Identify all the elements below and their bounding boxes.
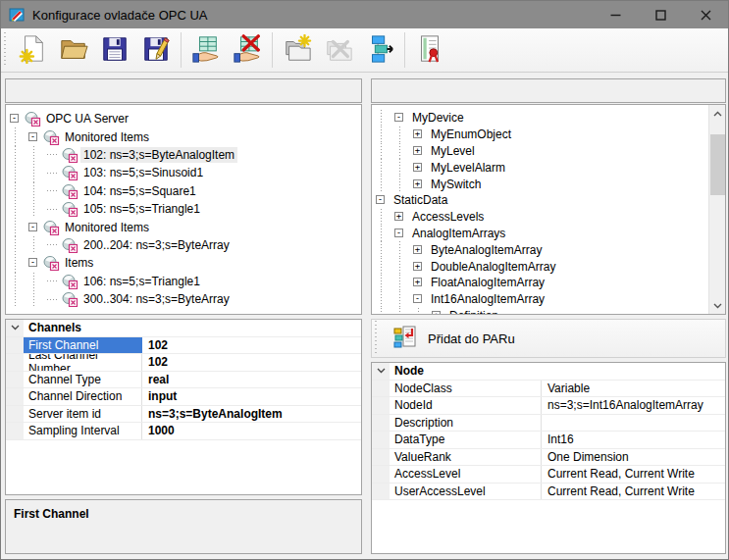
expand-box-icon[interactable]: +	[413, 179, 422, 188]
grid-category-row[interactable]: Channels	[6, 320, 361, 337]
new-group-button[interactable]	[277, 30, 318, 70]
tree-item[interactable]: +MySwitch	[372, 176, 708, 192]
tree-item[interactable]: +ByteAnalogItemArray	[372, 241, 708, 258]
add-item-button[interactable]	[185, 30, 227, 70]
collapse-chevron-icon[interactable]	[6, 320, 24, 336]
property-name[interactable]: Sampling Interval	[24, 423, 142, 439]
collapse-box-icon[interactable]: -	[28, 223, 37, 231]
property-row[interactable]: Description	[372, 415, 725, 433]
tree-item[interactable]: -AnalogItemArrays	[372, 226, 708, 242]
property-name[interactable]: DataType	[390, 432, 542, 448]
title-bar[interactable]: Konfigurace ovladače OPC UA	[1, 1, 728, 28]
tree-item[interactable]: +MyLevel	[372, 143, 708, 160]
property-row[interactable]: Server item idns=3;s=ByteAnalogItem	[6, 406, 361, 424]
add-to-par-button[interactable]: Přidat do PARu	[383, 321, 525, 357]
tree-item[interactable]: +Definition	[372, 308, 708, 315]
scroll-down-icon[interactable]	[709, 297, 726, 314]
tree-item[interactable]: -StaticData	[372, 192, 708, 209]
property-name[interactable]: First Channel	[24, 337, 142, 354]
add-toolbar-grip[interactable]	[374, 321, 379, 356]
property-row[interactable]: NodeClassVariable	[372, 381, 725, 398]
tree-item[interactable]: 102: ns=3;s=ByteAnalogItem	[6, 146, 361, 164]
tree-item[interactable]: -Int16AnalogItemArray	[372, 291, 708, 308]
close-icon[interactable]	[683, 1, 728, 28]
property-value[interactable]: input	[142, 388, 361, 405]
property-row[interactable]: Sampling Interval1000	[6, 423, 361, 440]
toolbar-grip[interactable]	[3, 32, 8, 68]
property-row[interactable]: NodeIdns=3;s=Int16AnalogItemArray	[372, 397, 725, 415]
property-value[interactable]: Current Read, Current Write	[542, 484, 725, 500]
tree-item[interactable]: -Items	[6, 254, 361, 272]
property-row[interactable]: DataTypeInt16	[372, 432, 725, 449]
open-folder-button[interactable]	[53, 30, 94, 70]
property-name[interactable]: Channel Type	[24, 372, 142, 388]
property-name[interactable]: Channel Direction	[24, 388, 142, 405]
collapse-box-icon[interactable]: -	[28, 132, 37, 141]
expand-box-icon[interactable]: +	[413, 278, 422, 286]
property-row[interactable]: Channel Directioninput	[6, 388, 361, 406]
expand-box-icon[interactable]: +	[413, 262, 422, 271]
tree-item[interactable]: +MyLevelAlarm	[372, 159, 708, 176]
property-name[interactable]: ValueRank	[390, 449, 542, 466]
new-file-button[interactable]	[12, 30, 53, 70]
maximize-icon[interactable]	[638, 1, 683, 28]
expand-box-icon[interactable]: +	[413, 245, 422, 254]
expand-box-icon[interactable]: +	[432, 311, 441, 315]
property-value[interactable]: real	[142, 372, 361, 388]
property-row[interactable]: AccessLevelCurrent Read, Current Write	[372, 466, 725, 484]
property-value[interactable]: ns=3;s=Int16AnalogItemArray	[542, 397, 725, 414]
property-value[interactable]: Variable	[542, 381, 725, 397]
tree-item[interactable]: -Monitored Items	[6, 218, 361, 235]
scrollbar-thumb[interactable]	[710, 134, 725, 195]
property-name[interactable]: Description	[390, 415, 542, 432]
tree-item[interactable]: +AccessLevels	[372, 209, 708, 226]
license-button[interactable]	[409, 30, 450, 70]
property-value[interactable]: One Dimension	[542, 449, 725, 466]
save-as-button[interactable]	[135, 30, 177, 70]
tree-item[interactable]: -OPC UA Server	[6, 110, 361, 127]
property-value[interactable]: 1000	[142, 423, 361, 439]
property-row[interactable]: UserAccessLevelCurrent Read, Current Wri…	[372, 484, 725, 501]
property-row[interactable]: Channel Typereal	[6, 372, 361, 389]
collapse-box-icon[interactable]: -	[413, 294, 422, 303]
property-row[interactable]: ValueRankOne Dimension	[372, 449, 725, 467]
tree-item[interactable]: +MyEnumObject	[372, 127, 708, 143]
property-row[interactable]: Last Channel Number102	[6, 354, 361, 372]
property-value[interactable]: Current Read, Current Write	[542, 466, 725, 483]
tree-item[interactable]: 105: ns=5;s=Triangle1	[6, 200, 361, 218]
scroll-up-icon[interactable]	[709, 105, 726, 122]
collapse-box-icon[interactable]: -	[28, 258, 37, 267]
property-value[interactable]: 102	[142, 354, 361, 371]
property-name[interactable]: NodeId	[390, 397, 542, 414]
grid-category-row[interactable]: Node	[372, 363, 725, 381]
expand-box-icon[interactable]: +	[394, 212, 403, 221]
collapse-box-icon[interactable]: -	[394, 113, 403, 122]
property-value[interactable]: Int16	[542, 432, 725, 448]
minimize-icon[interactable]	[593, 1, 638, 28]
collapse-box-icon[interactable]: -	[376, 195, 385, 204]
tree-item[interactable]: +DoubleAnalogItemArray	[372, 258, 708, 275]
tree-item[interactable]: -Monitored Items	[6, 127, 361, 145]
property-row[interactable]: First Channel102	[6, 337, 361, 355]
property-name[interactable]: Server item id	[24, 406, 142, 423]
expand-box-icon[interactable]: +	[413, 129, 422, 138]
collapse-box-icon[interactable]: -	[394, 229, 403, 237]
tree-item[interactable]: -MyDevice	[372, 110, 708, 127]
collapse-box-icon[interactable]: -	[10, 114, 19, 123]
tree-item[interactable]: 103: ns=5;s=Sinusoid1	[6, 164, 361, 181]
save-button[interactable]	[94, 30, 135, 70]
property-name[interactable]: AccessLevel	[390, 466, 542, 483]
expand-box-icon[interactable]: +	[413, 163, 422, 172]
tree-scrollbar[interactable]	[708, 105, 725, 314]
tree-item[interactable]: 300..304: ns=3;s=ByteArray	[6, 290, 361, 308]
tree-item[interactable]: 200..204: ns=3;s=ByteArray	[6, 236, 361, 254]
property-name[interactable]: UserAccessLevel	[390, 484, 542, 500]
property-name[interactable]: Last Channel Number	[24, 354, 142, 371]
property-value[interactable]: 102	[142, 337, 361, 354]
property-value[interactable]: ns=3;s=ByteAnalogItem	[142, 406, 361, 423]
property-name[interactable]: NodeClass	[390, 381, 542, 397]
tree-item[interactable]: +FloatAnalogItemArray	[372, 275, 708, 291]
collapse-chevron-icon[interactable]	[372, 363, 390, 380]
property-value[interactable]	[542, 415, 725, 432]
export-structure-button[interactable]	[359, 30, 400, 70]
